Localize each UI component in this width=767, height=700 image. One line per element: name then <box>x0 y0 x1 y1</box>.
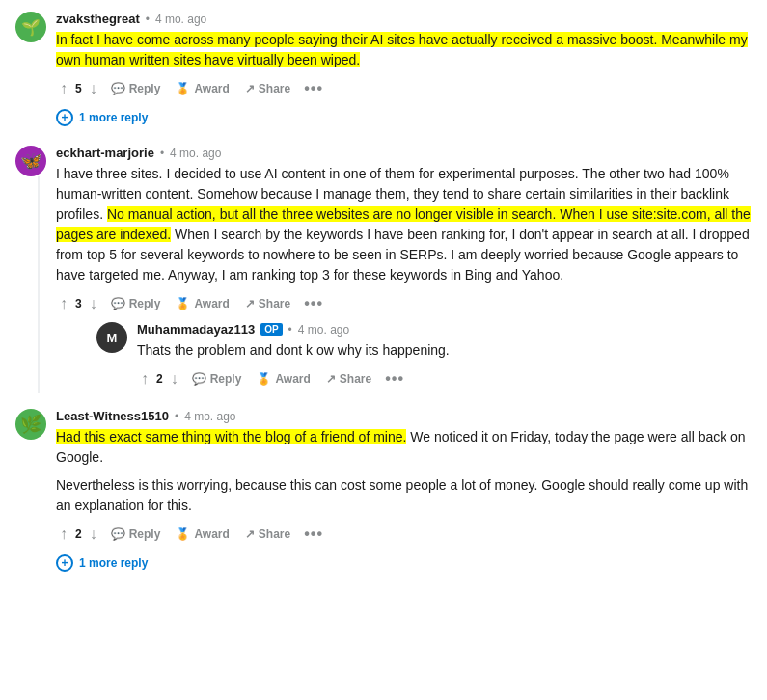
vote-count-1: 5 <box>75 82 82 95</box>
comment-2-1-text: Thats the problem and dont k ow why its … <box>137 340 752 361</box>
reply-btn-1[interactable]: 💬 Reply <box>105 78 167 99</box>
timestamp-3: 4 mo. ago <box>184 410 235 423</box>
timestamp-2: 4 mo. ago <box>170 147 221 160</box>
downvote-btn-2-1[interactable]: ↓ <box>167 368 182 390</box>
vote-count-2: 3 <box>75 297 82 310</box>
more-replies-label-1: 1 more reply <box>79 111 148 124</box>
more-replies-icon-1: + <box>56 109 73 126</box>
more-options-btn-3[interactable]: ••• <box>300 524 327 545</box>
more-replies-1[interactable]: + 1 more reply <box>56 105 752 130</box>
comment-thread-1: 🌱 zvaksthegreat • 4 mo. ago In fact I ha… <box>15 12 752 130</box>
reply-btn-2-1[interactable]: 💬 Reply <box>186 368 248 390</box>
share-btn-2[interactable]: ↗ Share <box>239 293 296 314</box>
thread-line-2 <box>38 176 40 393</box>
reply-icon-2-1: 💬 <box>192 372 206 386</box>
reply-icon-3: 💬 <box>111 527 125 541</box>
share-btn-3[interactable]: ↗ Share <box>239 524 296 545</box>
share-icon-1: ↗ <box>245 82 255 95</box>
comment-1-text: In fact I have come across many people s… <box>56 30 752 70</box>
more-options-btn-1[interactable]: ••• <box>300 78 327 99</box>
comment-3-body: Least-Witness1510 • 4 mo. ago Had this e… <box>56 409 752 576</box>
comment-2-header: eckhart-marjorie • 4 mo. ago <box>56 146 752 160</box>
username-3[interactable]: Least-Witness1510 <box>56 409 169 423</box>
reply-icon-2: 💬 <box>111 297 125 310</box>
vote-group-2-1: ↑ 2 ↓ <box>137 368 182 390</box>
highlighted-text-2: No manual action, but all the three webs… <box>56 206 751 242</box>
op-badge-2-1: OP <box>260 323 282 336</box>
comment-3-header: Least-Witness1510 • 4 mo. ago <box>56 409 752 423</box>
comment-thread-2: 🦋 eckhart-marjorie • 4 mo. ago I have th… <box>15 146 752 393</box>
action-bar-1: ↑ 5 ↓ 💬 Reply 🏅 Award ↗ Share <box>56 78 752 99</box>
more-replies-icon-3: + <box>56 554 73 572</box>
upvote-btn-2[interactable]: ↑ <box>56 293 71 314</box>
more-replies-label-3: 1 more reply <box>79 556 148 570</box>
timestamp-2-1: 4 mo. ago <box>298 323 349 337</box>
comment-2-body: eckhart-marjorie • 4 mo. ago I have thre… <box>56 146 752 393</box>
upvote-btn-3[interactable]: ↑ <box>56 524 71 545</box>
username-2[interactable]: eckhart-marjorie <box>56 146 154 160</box>
more-options-btn-2[interactable]: ••• <box>300 293 327 314</box>
comment-3-text2: Nevertheless is this worrying, because t… <box>56 475 752 516</box>
username-2-1[interactable]: Muhammadayaz113 <box>137 322 255 337</box>
comment-1-body: zvaksthegreat • 4 mo. ago In fact I have… <box>56 12 752 130</box>
award-btn-2-1[interactable]: 🏅 Award <box>251 368 315 390</box>
comment-1-header: zvaksthegreat • 4 mo. ago <box>56 12 752 26</box>
share-icon-3: ↗ <box>245 527 255 541</box>
more-options-btn-2-1[interactable]: ••• <box>381 368 408 390</box>
nested-comment-2-1: M Muhammadayaz113 OP • 4 mo. ago Thats t… <box>96 322 752 390</box>
avatar-col-2: 🦋 <box>15 146 46 393</box>
award-btn-1[interactable]: 🏅 Award <box>170 78 234 99</box>
comment-2-1: M Muhammadayaz113 OP • 4 mo. ago Thats t… <box>96 322 752 390</box>
action-bar-3: ↑ 2 ↓ 💬 Reply 🏅 Award ↗ Share ••• <box>56 524 752 545</box>
action-bar-2: ↑ 3 ↓ 💬 Reply 🏅 Award ↗ Share ••• <box>56 293 752 314</box>
reply-btn-3[interactable]: 💬 Reply <box>105 524 167 545</box>
avatar-zvaksthegreat: 🌱 <box>15 12 46 42</box>
comment-2-text: I have three sites. I decided to use AI … <box>56 164 752 285</box>
share-btn-1[interactable]: ↗ Share <box>239 78 296 99</box>
downvote-btn-2[interactable]: ↓ <box>86 293 101 314</box>
comment-2-1-body: Muhammadayaz113 OP • 4 mo. ago Thats the… <box>137 322 752 390</box>
comment-3-text: Had this exact same thing with the blog … <box>56 427 752 468</box>
highlighted-text-1: In fact I have come across many people s… <box>56 32 748 67</box>
award-btn-2[interactable]: 🏅 Award <box>170 293 234 314</box>
avatar-least-witness: 🌿 <box>15 409 46 440</box>
avatar-muhammadayaz: M <box>96 322 127 353</box>
vote-count-2-1: 2 <box>156 372 163 386</box>
comment-2: 🦋 eckhart-marjorie • 4 mo. ago I have th… <box>15 146 752 393</box>
downvote-btn-1[interactable]: ↓ <box>86 78 101 99</box>
downvote-icon-1: ↓ <box>90 80 97 97</box>
comment-1: 🌱 zvaksthegreat • 4 mo. ago In fact I ha… <box>15 12 752 130</box>
comment-3: 🌿 Least-Witness1510 • 4 mo. ago Had this… <box>15 409 752 576</box>
upvote-btn-1[interactable]: ↑ <box>56 78 71 99</box>
award-icon-1: 🏅 <box>176 82 190 95</box>
vote-group-3: ↑ 2 ↓ <box>56 524 101 545</box>
award-icon-3: 🏅 <box>176 527 190 541</box>
share-icon-2-1: ↗ <box>326 372 336 386</box>
vote-group-2: ↑ 3 ↓ <box>56 293 101 314</box>
reply-btn-2[interactable]: 💬 Reply <box>105 293 167 314</box>
comment-thread-3: 🌿 Least-Witness1510 • 4 mo. ago Had this… <box>15 409 752 576</box>
vote-count-3: 2 <box>75 527 82 541</box>
timestamp-1: 4 mo. ago <box>155 13 206 26</box>
comment-2-1-header: Muhammadayaz113 OP • 4 mo. ago <box>137 322 752 337</box>
more-replies-3[interactable]: + 1 more reply <box>56 551 752 576</box>
vote-group-1: ↑ 5 ↓ <box>56 78 101 99</box>
award-icon-2: 🏅 <box>176 297 190 310</box>
reply-icon-1: 💬 <box>111 82 125 95</box>
username-1[interactable]: zvaksthegreat <box>56 12 140 26</box>
action-bar-2-1: ↑ 2 ↓ 💬 Reply 🏅 Award <box>137 368 752 390</box>
upvote-icon-1: ↑ <box>60 80 68 97</box>
downvote-btn-3[interactable]: ↓ <box>86 524 101 545</box>
upvote-btn-2-1[interactable]: ↑ <box>137 368 152 390</box>
highlighted-text-3: Had this exact same thing with the blog … <box>56 429 406 444</box>
award-icon-2-1: 🏅 <box>257 372 271 386</box>
avatar-eckhart: 🦋 <box>15 146 46 176</box>
share-icon-2: ↗ <box>245 297 255 310</box>
share-btn-2-1[interactable]: ↗ Share <box>320 368 377 390</box>
award-btn-3[interactable]: 🏅 Award <box>170 524 234 545</box>
avatar-emoji: 🌱 <box>21 18 41 37</box>
